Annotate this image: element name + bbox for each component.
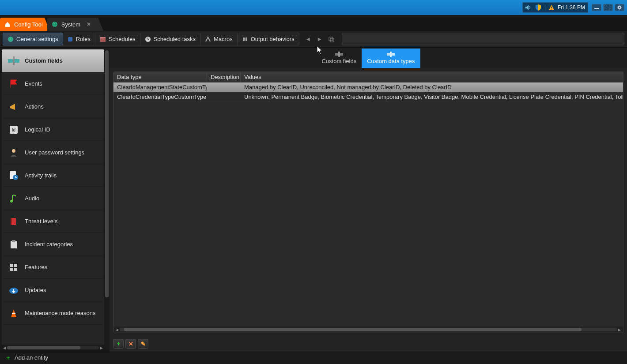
cell-values: Managed by ClearID, Unreconciled, Not ma… <box>241 84 623 90</box>
data-types-icon <box>387 52 395 57</box>
sidebar-item-features[interactable]: Features <box>2 256 104 279</box>
maximize-button[interactable] <box>603 4 613 11</box>
sidebar-item-label: Actions <box>25 103 44 110</box>
sidebar-item-password[interactable]: User password settings <box>2 141 104 164</box>
copy-icon[interactable] <box>326 34 336 45</box>
scrollbar-track[interactable] <box>120 328 617 331</box>
nav-macros[interactable]: Macros <box>200 33 238 45</box>
calendar-icon <box>100 36 106 42</box>
svg-rect-28 <box>12 240 15 242</box>
cell-datatype: ClearIdManagementStateCustomType <box>113 84 207 90</box>
nav-scheduled-tasks[interactable]: Scheduled tasks <box>140 33 200 45</box>
sidebar-vscrollbar[interactable] <box>104 48 110 351</box>
forward-button[interactable]: ► <box>314 34 325 45</box>
sidebar-item-label: Features <box>25 264 47 270</box>
scrollbar-track[interactable] <box>7 346 99 349</box>
nav-group-main: General settings Roles Schedules Schedul… <box>3 33 299 45</box>
nav-label: Scheduled tasks <box>154 36 196 42</box>
clock-text: Fri 1:36 PM <box>558 4 585 11</box>
table-row[interactable]: ClearIdManagementStateCustomType Managed… <box>113 83 623 92</box>
tab-custom-fields[interactable]: Custom fields <box>316 49 362 68</box>
svg-text:Id: Id <box>12 128 15 132</box>
system-tray: Fri 1:36 PM <box>522 2 588 13</box>
scroll-right-icon[interactable]: ► <box>99 345 104 350</box>
volume-icon[interactable] <box>525 5 532 10</box>
scrollbar-thumb[interactable] <box>105 50 109 297</box>
sidebar-item-label: Threat levels <box>25 218 57 225</box>
add-button[interactable]: ＋ <box>113 339 124 349</box>
scroll-left-icon[interactable]: ◄ <box>2 345 7 350</box>
svg-rect-11 <box>100 37 106 38</box>
svg-rect-31 <box>10 268 13 271</box>
scroll-left-icon[interactable]: ◄ <box>114 327 120 332</box>
nav-general-settings[interactable]: General settings <box>3 33 63 45</box>
sidebar-item-label: Logical ID <box>25 126 50 133</box>
data-table: Data type Description Values ClearIdMana… <box>113 71 623 333</box>
svg-point-24 <box>10 200 13 203</box>
col-values[interactable]: Values <box>241 72 623 82</box>
clipboard-icon <box>8 239 19 250</box>
sidebar-item-logical-id[interactable]: Id Logical ID <box>2 118 104 141</box>
svg-rect-3 <box>551 9 551 9</box>
sidebar-item-updates[interactable]: Updates <box>2 279 104 302</box>
sidebar-hscrollbar[interactable]: ◄ ► <box>2 345 104 351</box>
table-header: Data type Description Values <box>113 72 623 83</box>
warning-icon[interactable] <box>549 5 554 10</box>
cell-values: Unknown, Permanent Badge, Biometric Cred… <box>241 94 623 100</box>
content-pane: Custom fields Custom data types Data typ… <box>110 48 627 351</box>
tab-custom-data-types[interactable]: Custom data types <box>362 49 420 68</box>
svg-point-21 <box>12 149 15 153</box>
svg-rect-27 <box>11 241 17 248</box>
scrollbar-thumb[interactable] <box>7 346 80 349</box>
table-row[interactable]: ClearIdCredentialTypeCustomType Unknown,… <box>113 92 623 102</box>
scroll-right-icon[interactable]: ► <box>617 327 622 332</box>
nav-schedules[interactable]: Schedules <box>95 33 140 45</box>
svg-rect-39 <box>390 52 392 57</box>
sidebar-item-threat-levels[interactable]: Threat levels <box>2 210 104 233</box>
scrollbar-thumb[interactable] <box>124 328 582 331</box>
svg-rect-35 <box>12 313 15 314</box>
sidebar-item-incident-categories[interactable]: Incident categories <box>2 233 104 256</box>
minimize-button[interactable] <box>592 4 601 11</box>
tab-label: Custom fields <box>321 58 356 64</box>
table-hscrollbar[interactable]: ◄ ► <box>113 326 623 333</box>
back-button[interactable]: ◄ <box>303 34 314 45</box>
sidebar-item-activity-trails[interactable]: Activity trails <box>2 164 104 187</box>
app-body: Custom fields Events Actions Id Logical … <box>0 48 627 351</box>
close-button[interactable] <box>615 4 624 11</box>
tab-system[interactable]: System ✕ <box>47 18 103 31</box>
sidebar-item-label: Events <box>25 80 42 87</box>
svg-rect-29 <box>10 264 13 267</box>
content-tabs: Custom fields Custom data types <box>110 48 627 68</box>
megaphone-icon <box>8 101 19 113</box>
cone-icon <box>8 308 19 319</box>
nav-label: Roles <box>76 36 91 42</box>
sidebar-item-label: Updates <box>25 287 46 293</box>
col-datatype[interactable]: Data type <box>113 72 207 82</box>
user-icon <box>8 147 19 158</box>
sidebar-item-events[interactable]: Events <box>2 72 104 95</box>
close-icon[interactable]: ✕ <box>87 21 91 27</box>
nav-roles[interactable]: Roles <box>63 33 95 45</box>
sidebar-item-audio[interactable]: Audio <box>2 187 104 210</box>
svg-rect-16 <box>330 38 334 42</box>
search-input[interactable] <box>342 33 624 45</box>
globe-icon <box>52 21 58 27</box>
nav-output-behaviors[interactable]: Output behaviors <box>238 33 299 45</box>
sidebar-item-actions[interactable]: Actions <box>2 95 104 118</box>
svg-rect-15 <box>329 37 332 41</box>
tab-config-tool[interactable]: Config Tool <box>0 18 50 31</box>
edit-button[interactable]: ✎ <box>138 339 148 349</box>
add-entity-icon[interactable]: ＋ <box>5 354 11 362</box>
shield-icon[interactable] <box>535 4 541 11</box>
add-entity-label[interactable]: Add an entity <box>15 354 48 361</box>
sidebar-item-label: Incident categories <box>25 241 73 248</box>
id-icon: Id <box>8 124 19 135</box>
sidebar-item-maintenance[interactable]: Maintenance mode reasons <box>2 302 104 325</box>
col-description[interactable]: Description <box>207 72 241 82</box>
statusbar: ＋ Add an entity <box>0 351 627 364</box>
tab-label: Config Tool <box>14 21 43 28</box>
sidebar-item-custom-fields[interactable]: Custom fields <box>2 49 104 72</box>
delete-button[interactable]: ✕ <box>125 339 136 349</box>
sidebar-item-label: Audio <box>25 195 39 202</box>
